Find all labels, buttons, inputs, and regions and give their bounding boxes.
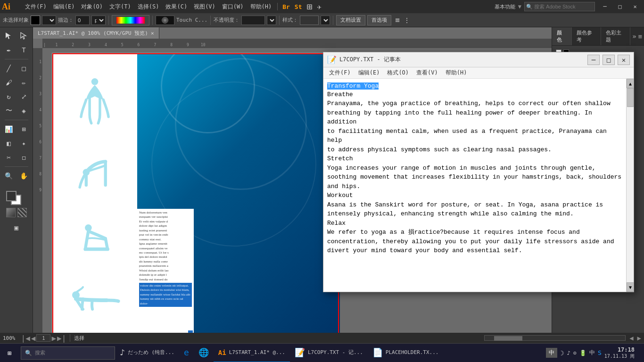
taskbar-item-placeholder[interactable]: 📄 PLACEHOLDER.TX...: [368, 344, 444, 362]
scroll-left-icon[interactable]: ◀: [629, 334, 633, 342]
expand-icon[interactable]: »: [632, 33, 636, 40]
menu-object[interactable]: 对象(O): [78, 2, 106, 12]
notepad-close[interactable]: ✕: [618, 55, 630, 65]
direct-select-tool[interactable]: [17, 29, 31, 42]
color-reference-tab[interactable]: 颜色参考: [572, 27, 601, 45]
notepad-textarea[interactable]: [323, 79, 626, 292]
scissors-tool[interactable]: ✂: [2, 151, 16, 164]
eraser-tool[interactable]: ◻: [17, 151, 31, 164]
pencil-tool[interactable]: ✏: [17, 76, 31, 89]
rotate-tool[interactable]: ↻: [2, 90, 16, 103]
style-swatch[interactable]: [300, 16, 319, 25]
selection-tool[interactable]: [2, 29, 16, 42]
last-page-btn[interactable]: ▶|: [57, 334, 66, 343]
close-button[interactable]: ✕: [628, 0, 642, 13]
paintbrush-tool[interactable]: 🖌: [2, 76, 16, 89]
style-dropdown[interactable]: [321, 16, 330, 25]
taskbar-item-edge[interactable]: e: [179, 344, 194, 362]
bridge-btn[interactable]: Br: [281, 3, 292, 10]
notepad-minimize[interactable]: ─: [587, 55, 600, 65]
skype-icon[interactable]: S: [598, 349, 602, 356]
stroke-selector[interactable]: [42, 16, 56, 25]
notepad-maximize[interactable]: □: [603, 55, 615, 65]
stroke-unit-selector[interactable]: pt: [91, 16, 106, 25]
h-scroll-thumb[interactable]: [494, 336, 522, 341]
start-button[interactable]: ⊞: [0, 344, 19, 362]
menu-file[interactable]: 文件(F): [22, 2, 50, 12]
maximize-button[interactable]: □: [613, 0, 627, 13]
eyedropper-tool[interactable]: ✦: [17, 137, 31, 150]
next-page-btn[interactable]: ▶: [51, 334, 56, 343]
menu-window[interactable]: 窗口(W): [219, 2, 247, 12]
prev-page-btn[interactable]: ◀: [31, 334, 36, 343]
arrow-icon[interactable]: ✈: [315, 2, 324, 11]
zoom-tool[interactable]: 🔍: [2, 169, 16, 182]
volume-icon[interactable]: ♪: [567, 350, 570, 356]
doc-tab-item[interactable]: L7START_1.AI* @ 100% (CMYK/GPU 预览) ✕: [33, 27, 159, 39]
opacity-input[interactable]: 100%: [241, 16, 265, 25]
menu-help[interactable]: 帮助(H): [248, 2, 275, 12]
dropdown-icon[interactable]: ▼: [518, 3, 521, 10]
show-desktop-btn[interactable]: [637, 344, 641, 362]
scale-tool[interactable]: ⤢: [17, 90, 31, 103]
none-swatch[interactable]: [17, 208, 27, 217]
rect-tool[interactable]: □: [17, 62, 31, 75]
scrollbar[interactable]: ▲ ▼: [626, 79, 634, 292]
graph-tool[interactable]: 📊: [2, 123, 16, 136]
np-menu-view[interactable]: 查看(V): [413, 68, 442, 78]
scroll-right-icon[interactable]: ▶: [637, 334, 641, 342]
scroll-up[interactable]: ▲: [627, 79, 634, 88]
taskbar-item-notepad[interactable]: 📝 L7COPY.TXT - 记...: [290, 344, 368, 362]
stroke-color-box[interactable]: [6, 191, 17, 201]
first-page-btn[interactable]: |◀: [21, 334, 30, 343]
search-adobe-stock[interactable]: [524, 2, 595, 11]
menu-view[interactable]: 视图(V): [191, 2, 218, 12]
np-menu-help[interactable]: 帮助(H): [442, 68, 471, 78]
np-menu-file[interactable]: 文件(F): [325, 68, 355, 78]
np-menu-edit[interactable]: 编辑(E): [355, 68, 384, 78]
network-icon[interactable]: ⊙: [573, 350, 577, 356]
page-number-input[interactable]: [36, 334, 50, 342]
blend-tool[interactable]: ◈: [17, 104, 31, 117]
menu-select[interactable]: 选择(S): [135, 2, 162, 12]
taskbar-item-music[interactable]: ♪ だっため (纯音...: [115, 344, 179, 362]
gradient-swatch[interactable]: [6, 208, 16, 217]
scroll-thumb[interactable]: [627, 88, 634, 107]
hand-tool[interactable]: ✋: [17, 169, 31, 182]
np-menu-format[interactable]: 格式(O): [383, 68, 413, 78]
stroke-value[interactable]: [75, 16, 90, 25]
moon-icon[interactable]: ☽: [560, 349, 564, 357]
doc-tab-close[interactable]: ✕: [151, 30, 154, 36]
align-icon[interactable]: ≡: [395, 16, 400, 25]
color-theme-tab[interactable]: 色彩主题: [601, 27, 630, 45]
menu-edit[interactable]: 编辑(E): [50, 2, 78, 12]
menu-text[interactable]: 文字(T): [107, 2, 134, 12]
taskbar-search[interactable]: 🔍 搜索: [21, 346, 115, 360]
panel-menu-icon[interactable]: ≡: [638, 33, 642, 40]
menu-effect[interactable]: 效果(C): [163, 2, 190, 12]
opacity-dropdown[interactable]: [267, 16, 276, 25]
color-tab[interactable]: 颜色: [552, 27, 572, 45]
battery-icon[interactable]: 🔋: [579, 350, 586, 356]
gradient-tool[interactable]: ◧: [2, 137, 16, 150]
mesh-tool[interactable]: ⊞: [17, 123, 31, 136]
h-scrollbar[interactable]: [484, 335, 626, 341]
scroll-down[interactable]: ▼: [627, 282, 634, 292]
pen-tool[interactable]: ✒: [2, 43, 16, 57]
color-swatch[interactable]: [31, 16, 40, 25]
type-tool[interactable]: T: [17, 43, 31, 57]
warp-tool[interactable]: 〜: [2, 104, 16, 117]
input-lang-icon[interactable]: 中: [589, 349, 595, 357]
more-icon[interactable]: ⋮: [404, 16, 410, 24]
taskbar-item-firefox[interactable]: 🌐: [194, 344, 214, 362]
screen-mode-btn[interactable]: ▣: [9, 221, 24, 234]
stock-btn[interactable]: St: [293, 3, 304, 10]
line-tool[interactable]: ╱: [2, 62, 16, 75]
preferences-btn[interactable]: 首选项: [367, 15, 391, 25]
ime-icon[interactable]: 中: [546, 348, 557, 358]
doc-settings-btn[interactable]: 文档设置: [336, 15, 365, 25]
grid-icon[interactable]: ⊞: [305, 1, 314, 12]
taskbar-item-illustrator[interactable]: Ai L7START_1.AI* @...: [214, 344, 290, 362]
color-bar[interactable]: [112, 15, 149, 25]
minimize-button[interactable]: ─: [598, 0, 612, 13]
